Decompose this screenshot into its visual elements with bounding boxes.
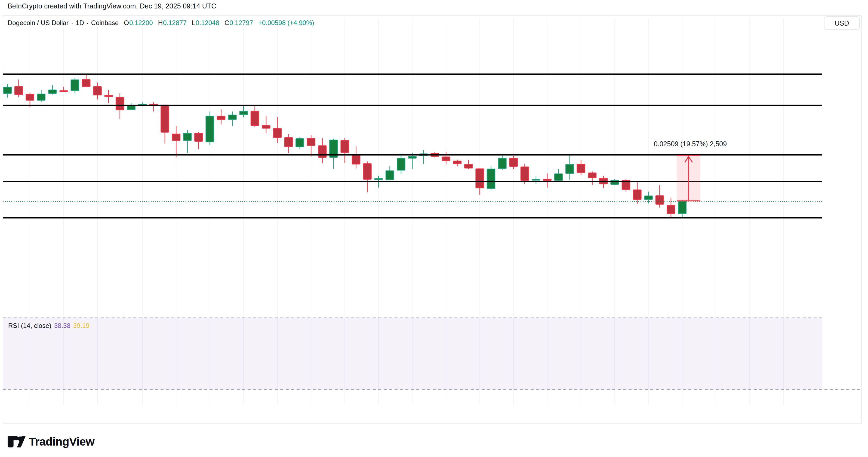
candle-body [116, 97, 124, 110]
measurement-label: 0.02509 (19.57%) 2,509 [651, 140, 730, 148]
attribution-header: BeInCrypto created with TradingView.com,… [8, 2, 216, 10]
candle-body [532, 179, 540, 180]
candle-body [656, 196, 664, 204]
change-label: +0.00598 (+4.90%) [258, 19, 314, 27]
candle-body [127, 106, 135, 110]
candle-body [577, 164, 585, 172]
candle-body [521, 167, 529, 180]
ohlc-low: L0.12048 [192, 19, 219, 27]
candle-body [588, 173, 596, 178]
candle-body [453, 161, 461, 164]
candle-body [217, 116, 225, 119]
interval-label: 1D [75, 19, 84, 27]
tradingview-logo-text: TradingView [29, 435, 94, 448]
candle-body [341, 141, 349, 152]
candle-body [555, 174, 562, 180]
ohlc-open: O0.12200 [124, 19, 153, 27]
candle-body [375, 179, 382, 180]
candle-body [667, 205, 675, 213]
candle-body [509, 158, 518, 166]
candle-body [274, 128, 281, 138]
candle-body [15, 87, 23, 94]
candle-body [49, 90, 56, 93]
candle-body [60, 91, 67, 92]
candle-body [408, 156, 416, 158]
symbol-legend[interactable]: Dogecoin / US Dollar · 1D · Coinbase O0.… [8, 19, 314, 27]
ohlc-close: C0.12797 [224, 19, 253, 27]
candle-body [228, 115, 236, 119]
candle [206, 111, 214, 145]
candle-body [487, 169, 495, 189]
candle-body [386, 171, 394, 180]
candle-body [296, 139, 304, 147]
candle-body [105, 95, 113, 97]
candle-body [172, 134, 180, 141]
candle-body [464, 165, 472, 168]
candle-body [93, 87, 101, 95]
candle-body [82, 80, 90, 87]
exchange-label: Coinbase [91, 19, 119, 27]
candle-body [240, 111, 248, 115]
candle-body [183, 133, 191, 140]
separator-dot: · [71, 19, 73, 27]
candle-body [206, 116, 214, 142]
candle-body [476, 169, 484, 188]
candle-body [645, 196, 652, 199]
candle-body [544, 179, 551, 180]
rsi-title: RSI (14, close) [8, 322, 52, 330]
candle [487, 166, 495, 190]
candle-body [251, 111, 259, 125]
candle-body [397, 158, 405, 170]
candle-body [262, 125, 270, 128]
ohlc-high: H0.12877 [158, 19, 187, 27]
candle-body [363, 164, 371, 179]
candle-body [633, 190, 641, 199]
candle-body [442, 157, 450, 161]
candle-body [161, 105, 169, 132]
candle-body [678, 201, 686, 213]
tradingview-logo[interactable]: TradingView [8, 435, 94, 448]
rsi-ma-value: 39.19 [73, 322, 90, 330]
measure-tool[interactable] [677, 155, 701, 201]
separator-dot: · [87, 19, 89, 27]
candle-body [3, 87, 11, 93]
candle-body [26, 94, 34, 100]
tradingview-logo-mark [8, 436, 26, 448]
candle-body [307, 138, 315, 145]
candle-body [566, 165, 574, 173]
candle-body [71, 80, 79, 91]
candle-body [352, 154, 360, 164]
rsi-value: 38.38 [54, 322, 70, 330]
currency-button[interactable]: USD [824, 16, 860, 30]
candle-body [194, 133, 203, 141]
rsi-legend[interactable]: RSI (14, close) 38.38 39.19 [8, 322, 90, 330]
tradingview-chart-screenshot: BeInCrypto created with TradingView.com,… [0, 0, 868, 457]
symbol-name: Dogecoin / US Dollar [8, 19, 68, 27]
chart-canvas[interactable] [0, 0, 868, 457]
rsi-band-background [3, 318, 822, 390]
candle-body [318, 146, 326, 158]
candle-body [498, 158, 506, 169]
candle-body [37, 94, 45, 100]
candle-body [285, 138, 292, 146]
